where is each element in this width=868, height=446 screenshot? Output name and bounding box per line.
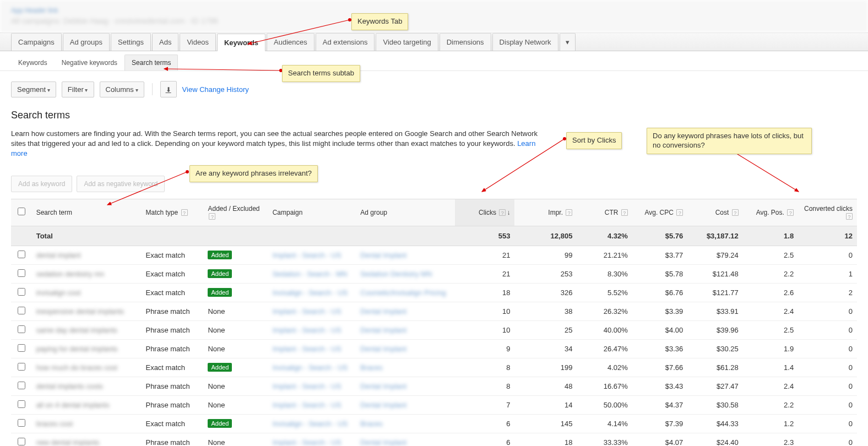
clicks-cell: 7 <box>455 395 515 414</box>
segment-button[interactable]: Segment <box>11 81 56 97</box>
help-icon[interactable]: ? <box>732 209 739 216</box>
add-as-keyword-button[interactable]: Add as keyword <box>11 176 72 192</box>
add-as-negative-keyword-button[interactable]: Add as negative keyword <box>77 176 165 192</box>
added-badge: Added <box>208 251 232 259</box>
tab-video-targeting[interactable]: Video targeting <box>376 33 438 51</box>
clicks-cell: 8 <box>455 358 515 377</box>
row-checkbox[interactable] <box>18 307 25 314</box>
col-ctr[interactable]: CTR ? <box>577 199 632 226</box>
help-icon[interactable]: ? <box>676 209 683 216</box>
tab-audiences[interactable]: Audiences <box>267 33 314 51</box>
columns-button[interactable]: Columns <box>100 81 144 97</box>
row-checkbox[interactable] <box>18 363 25 371</box>
search-term-cell: same day dental implants <box>36 326 117 334</box>
col-match-type[interactable]: Match type ? <box>141 199 203 226</box>
search-terms-table: Search term Match type ? Added / Exclude… <box>11 199 857 446</box>
adgroup-cell[interactable]: Braces <box>360 363 382 372</box>
col-search-term[interactable]: Search term <box>32 199 142 226</box>
added-excluded-cell: Added <box>203 358 268 377</box>
col-clicks[interactable]: Clicks ?↓ <box>455 199 515 226</box>
conv-cell: 0 <box>798 377 857 395</box>
row-checkbox[interactable] <box>18 382 25 389</box>
campaign-cell[interactable]: Implant - Search - US <box>273 382 341 390</box>
adgroup-cell[interactable]: Dental Implant <box>360 438 406 446</box>
help-icon[interactable]: ? <box>566 209 572 216</box>
campaign-cell[interactable]: Invisalign - Search - US <box>273 289 348 297</box>
adgroup-cell[interactable]: Dental Implant <box>360 401 406 409</box>
total-row: Total 553 12,805 4.32% $5.76 $3,187.12 1… <box>11 226 857 246</box>
row-checkbox[interactable] <box>18 344 25 352</box>
tab-videos[interactable]: Videos <box>180 33 216 51</box>
col-ad-group[interactable]: Ad group <box>356 199 454 226</box>
adgroup-cell[interactable]: Braces <box>360 420 382 428</box>
tab-settings[interactable]: Settings <box>111 33 151 51</box>
help-icon[interactable]: ? <box>209 213 215 220</box>
campaign-cell[interactable]: Invisalign - Search - US <box>273 363 348 372</box>
tab-display-network[interactable]: Display Network <box>492 33 558 51</box>
cost-cell: $121.77 <box>687 283 742 302</box>
cpc-cell: $3.39 <box>632 302 687 320</box>
col-campaign[interactable]: Campaign <box>268 199 356 226</box>
campaign-cell[interactable]: Implant - Search - US <box>273 438 341 446</box>
row-checkbox[interactable] <box>18 419 25 427</box>
clicks-cell: 9 <box>455 339 515 358</box>
cost-cell: $33.91 <box>687 302 742 320</box>
tab-ad-extensions[interactable]: Ad extensions <box>316 33 375 51</box>
tab-campaigns[interactable]: Campaigns <box>11 33 62 51</box>
help-icon[interactable]: ? <box>846 213 853 220</box>
row-checkbox[interactable] <box>18 438 25 445</box>
match-type-cell: Exact match <box>141 414 203 433</box>
adgroup-cell[interactable]: Sedation Dentistry MN <box>360 270 432 278</box>
download-button[interactable] <box>160 81 177 97</box>
col-select-all[interactable] <box>11 199 32 226</box>
adgroup-cell[interactable]: Dental Implant <box>360 307 406 316</box>
tab-ads[interactable]: Ads <box>152 33 178 51</box>
col-avg-cpc[interactable]: Avg. CPC ? <box>632 199 687 226</box>
col-avg-pos[interactable]: Avg. Pos. ? <box>743 199 798 226</box>
adgroup-cell[interactable]: Dental Implant <box>360 382 406 390</box>
table-row: braces costExact matchAddedInvisalign - … <box>11 414 857 433</box>
subtab-keywords[interactable]: Keywords <box>11 55 55 70</box>
row-checkbox[interactable] <box>18 325 25 333</box>
col-converted-clicks[interactable]: Converted clicks ? <box>798 199 857 226</box>
adgroup-cell[interactable]: Dental Implant <box>360 326 406 334</box>
help-icon[interactable]: ? <box>499 209 506 216</box>
campaign-cell[interactable]: Implant - Search - US <box>273 326 341 334</box>
help-icon[interactable]: ? <box>787 209 794 216</box>
search-term-cell: new dental implants <box>36 438 100 446</box>
row-checkbox[interactable] <box>18 269 25 277</box>
subtab-search-terms[interactable]: Search terms <box>124 55 178 70</box>
row-checkbox[interactable] <box>18 251 25 258</box>
adgroup-cell[interactable]: Cosmetic/Invisalign Pricing <box>360 289 446 297</box>
tab-more[interactable]: ▾ <box>560 33 576 51</box>
row-checkbox[interactable] <box>18 400 25 408</box>
tab-dimensions[interactable]: Dimensions <box>440 33 491 51</box>
filter-button[interactable]: Filter <box>62 81 94 97</box>
select-all-checkbox[interactable] <box>18 208 25 215</box>
campaign-cell[interactable]: Implant - Search - US <box>273 345 341 353</box>
campaign-cell[interactable]: Invisalign - Search - US <box>273 420 348 428</box>
adgroup-cell[interactable]: Dental Implant <box>360 251 406 259</box>
col-added-excluded[interactable]: Added / Excluded ? <box>203 199 268 226</box>
subtab-negative-keywords[interactable]: Negative keywords <box>55 55 124 70</box>
help-icon[interactable]: ? <box>621 209 628 216</box>
cost-cell: $30.25 <box>687 339 742 358</box>
tab-ad-groups[interactable]: Ad groups <box>63 33 110 51</box>
tab-keywords[interactable]: Keywords <box>217 34 265 51</box>
adgroup-cell[interactable]: Dental Implant <box>360 345 406 353</box>
match-type-cell: Exact match <box>141 264 203 283</box>
campaign-cell[interactable]: Implant - Search - US <box>273 251 341 259</box>
view-change-history-link[interactable]: View Change History <box>182 85 249 94</box>
help-icon[interactable]: ? <box>181 209 188 216</box>
row-checkbox[interactable] <box>18 288 25 296</box>
col-cost[interactable]: Cost ? <box>687 199 742 226</box>
clicks-cell: 6 <box>455 433 515 446</box>
campaign-cell[interactable]: Sedation - Search - MN <box>273 270 348 278</box>
added-excluded-cell: None <box>203 320 268 339</box>
table-row: dental implantExact matchAddedImplant - … <box>11 246 857 264</box>
campaign-cell[interactable]: Implant - Search - US <box>273 307 341 316</box>
pos-cell: 2.4 <box>743 302 798 320</box>
campaign-cell[interactable]: Implant - Search - US <box>273 401 341 409</box>
col-impr[interactable]: Impr. ? <box>514 199 577 226</box>
cpc-cell: $4.37 <box>632 395 687 414</box>
